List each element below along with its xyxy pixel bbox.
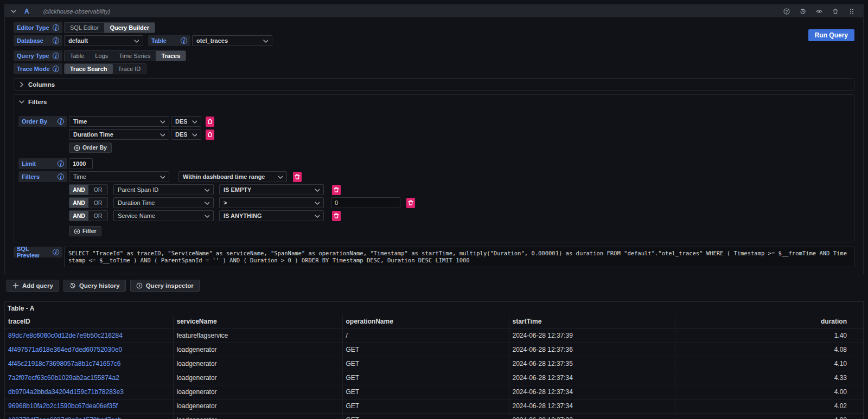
- columns-section-header[interactable]: Columns: [14, 79, 854, 90]
- operation-name-cell: GET: [342, 385, 509, 399]
- trace-id-link[interactable]: 1887794f7eaa6037d0e2a4579bcd7acb: [8, 416, 122, 419]
- service-name-cell: loadgenerator: [173, 414, 342, 419]
- remove-order-by-button[interactable]: [206, 117, 214, 127]
- start-time-cell: 2024-06-28 12:37:34: [509, 371, 675, 385]
- help-icon[interactable]: [781, 7, 793, 16]
- trace-mode-trace-search[interactable]: Trace Search: [65, 64, 113, 74]
- table-row: 96968b10fa2b2c1590bc67dea06ef35f loadgen…: [5, 399, 863, 414]
- run-query-button[interactable]: Run Query: [808, 29, 854, 41]
- query-ref-id: A: [24, 8, 29, 15]
- limit-input[interactable]: [69, 158, 93, 169]
- query-row-header[interactable]: A (clickhouse-observability): [5, 5, 863, 17]
- order-by-row-2: Duration Time DESC: [69, 129, 850, 140]
- duplicate-query-icon[interactable]: [797, 7, 809, 16]
- info-icon[interactable]: i: [181, 37, 187, 44]
- operation-name-cell: /: [342, 329, 509, 343]
- remove-order-by-button[interactable]: [206, 130, 214, 140]
- filter-field-select[interactable]: Time: [69, 171, 169, 182]
- editor-type-row: Editor Type i SQL Editor Query Builder: [14, 22, 854, 33]
- remove-filter-button[interactable]: [332, 211, 341, 221]
- filter-operator-select[interactable]: IS EMPTY: [219, 184, 324, 195]
- chevron-down-icon: [314, 200, 320, 205]
- limit-row: Limit i: [18, 158, 850, 169]
- remove-filter-button[interactable]: [406, 198, 415, 208]
- info-icon[interactable]: i: [58, 160, 64, 167]
- table-header-row: traceID serviceName operationName startT…: [5, 315, 863, 329]
- info-icon[interactable]: i: [53, 24, 59, 31]
- drag-handle-icon[interactable]: [846, 7, 858, 16]
- editor-type-query-builder[interactable]: Query Builder: [104, 23, 155, 33]
- col-header-starttime[interactable]: startTime: [509, 315, 675, 329]
- filter-operator-select[interactable]: >: [219, 197, 324, 208]
- duration-cell: 4.08: [675, 343, 863, 357]
- bool-or-option[interactable]: OR: [88, 211, 107, 221]
- filter-value-input[interactable]: [331, 197, 400, 208]
- bool-or-option[interactable]: OR: [88, 185, 107, 195]
- collapse-chevron-icon[interactable]: [10, 8, 17, 15]
- bool-and-option[interactable]: AND: [69, 198, 88, 208]
- info-icon[interactable]: i: [58, 118, 64, 125]
- remove-query-icon[interactable]: [829, 7, 841, 16]
- info-icon[interactable]: i: [53, 249, 59, 255]
- service-name-cell: loadgenerator: [173, 385, 342, 399]
- query-type-time-series[interactable]: Time Series: [113, 51, 156, 61]
- trace-id-link[interactable]: 4f45c21918c73698057a8b1c741657c6: [8, 360, 121, 368]
- add-order-by-button[interactable]: Order By: [69, 143, 112, 153]
- info-icon[interactable]: i: [58, 173, 64, 180]
- table-select[interactable]: otel_traces: [192, 35, 272, 46]
- add-query-button[interactable]: Add query: [7, 280, 59, 292]
- col-header-servicename[interactable]: serviceName: [173, 315, 342, 329]
- query-footer-buttons: Add query Query history Query inspector: [4, 280, 864, 292]
- filter-condition-row: AND OR Parent Span ID IS EMPTY: [69, 184, 850, 195]
- bool-or-option[interactable]: OR: [88, 198, 107, 208]
- filter-operator-select[interactable]: Within dashboard time range: [178, 171, 287, 182]
- start-time-cell: 2024-06-28 12:37:33: [509, 414, 675, 419]
- sql-preview-label: SQL Preview i: [14, 247, 62, 257]
- remove-filter-button[interactable]: [293, 172, 302, 182]
- query-history-button[interactable]: Query history: [63, 280, 126, 292]
- chevron-down-icon: [159, 174, 165, 179]
- chevron-down-icon: [192, 132, 197, 137]
- filters-time-row: Filters i Time Within dashboard time ran…: [18, 171, 850, 182]
- plus-icon: [12, 282, 19, 289]
- editor-type-sql-editor[interactable]: SQL Editor: [65, 23, 104, 33]
- duration-cell: 4.33: [675, 371, 863, 385]
- order-by-field-select[interactable]: Time: [69, 116, 169, 127]
- query-type-traces[interactable]: Traces: [156, 51, 186, 61]
- table-row: 4f45c21918c73698057a8b1c741657c6 loadgen…: [5, 357, 863, 371]
- service-name-cell: loadgenerator: [173, 371, 342, 385]
- remove-filter-button[interactable]: [332, 185, 341, 195]
- trace-id-link[interactable]: 4f497571a618e364ed7ded60752030e0: [8, 346, 122, 353]
- start-time-cell: 2024-06-28 12:37:34: [509, 399, 675, 414]
- trace-id-link[interactable]: 89dc7e8c6060c0d12de7e9b50c216284: [8, 332, 123, 339]
- info-icon[interactable]: i: [53, 66, 59, 72]
- duration-cell: 4.00: [675, 385, 863, 399]
- order-by-field-select[interactable]: Duration Time: [69, 129, 169, 140]
- filters-section-header[interactable]: Filters: [14, 96, 854, 107]
- operation-name-cell: GET: [342, 357, 509, 371]
- order-by-direction-select[interactable]: DESC: [171, 116, 201, 127]
- add-filter-button[interactable]: Filter: [69, 226, 101, 236]
- query-type-logs[interactable]: Logs: [90, 51, 113, 61]
- trace-id-link[interactable]: 96968b10fa2b2c1590bc67dea06ef35f: [8, 402, 118, 410]
- bool-and-option[interactable]: AND: [69, 185, 88, 195]
- hide-response-icon[interactable]: [813, 7, 825, 16]
- filter-field-select[interactable]: Parent Span ID: [113, 184, 214, 195]
- filter-field-select[interactable]: Service Name: [113, 210, 214, 221]
- filter-operator-select[interactable]: IS ANYTHING: [219, 210, 324, 221]
- col-header-traceid[interactable]: traceID: [5, 315, 173, 329]
- query-editor-body: Run Query Editor Type i SQL Editor Query…: [5, 17, 863, 274]
- trace-id-link[interactable]: db9704a2bbda34204d159c71b78283e3: [8, 388, 124, 396]
- query-inspector-button[interactable]: Query inspector: [130, 280, 200, 292]
- col-header-duration[interactable]: duration: [675, 315, 863, 329]
- order-by-direction-select[interactable]: DESC: [171, 129, 201, 140]
- filter-field-select[interactable]: Duration Time: [113, 197, 214, 208]
- database-select[interactable]: default: [64, 35, 143, 46]
- col-header-operationname[interactable]: operationName: [342, 315, 509, 329]
- trace-id-link[interactable]: 7a2f07ecf63c60b1029ab2ac155874a2: [8, 374, 119, 382]
- bool-and-option[interactable]: AND: [69, 211, 88, 221]
- query-type-table[interactable]: Table: [65, 51, 90, 61]
- trace-mode-trace-id[interactable]: Trace ID: [113, 64, 146, 74]
- info-icon[interactable]: i: [53, 53, 59, 59]
- info-icon[interactable]: i: [53, 37, 59, 44]
